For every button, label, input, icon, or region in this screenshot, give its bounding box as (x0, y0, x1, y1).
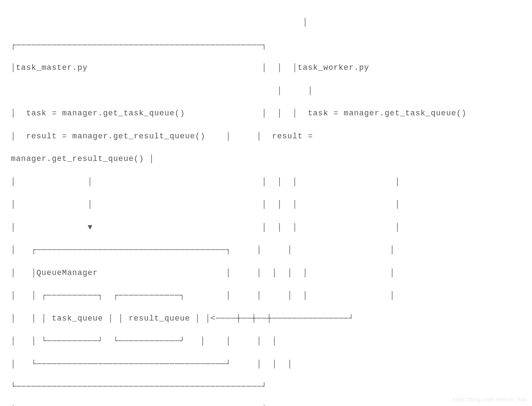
ascii-diagram: │ ┌─────────────────────────────────────… (11, 11, 466, 406)
watermark-text: https://blog.csdn.net/sdu_hao (453, 396, 527, 403)
